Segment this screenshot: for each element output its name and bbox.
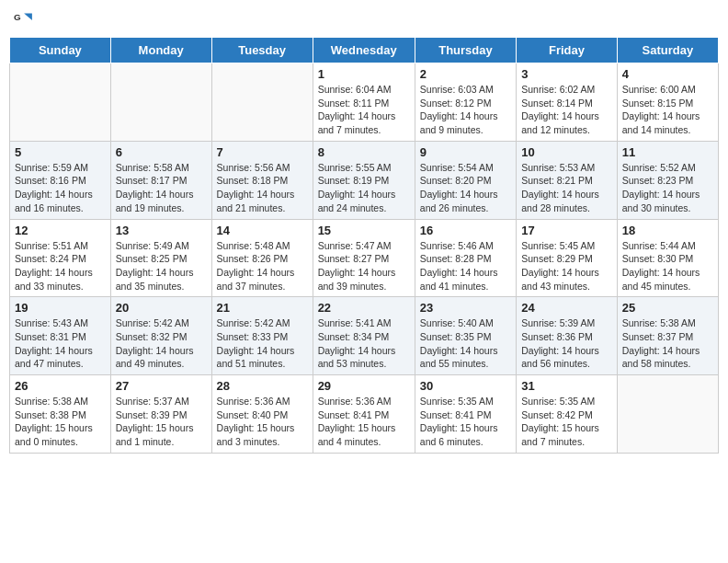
weekday-header-friday: Friday (517, 38, 618, 63)
day-number: 1 (318, 67, 410, 81)
calendar-header: SundayMondayTuesdayWednesdayThursdayFrid… (10, 38, 719, 63)
calendar-cell: 24Sunrise: 5:39 AM Sunset: 8:36 PM Dayli… (517, 297, 618, 375)
calendar-week-3: 12Sunrise: 5:51 AM Sunset: 8:24 PM Dayli… (10, 219, 719, 297)
calendar-cell: 19Sunrise: 5:43 AM Sunset: 8:31 PM Dayli… (10, 297, 111, 375)
day-info: Sunrise: 5:56 AM Sunset: 8:18 PM Dayligh… (217, 161, 308, 215)
day-number: 8 (318, 145, 410, 159)
day-info: Sunrise: 5:53 AM Sunset: 8:21 PM Dayligh… (521, 161, 612, 215)
day-number: 18 (622, 224, 713, 237)
weekday-header-tuesday: Tuesday (211, 38, 313, 63)
day-number: 16 (420, 224, 511, 237)
day-info: Sunrise: 5:51 AM Sunset: 8:24 PM Dayligh… (15, 239, 106, 293)
day-number: 9 (420, 145, 511, 159)
day-info: Sunrise: 5:47 AM Sunset: 8:27 PM Dayligh… (318, 239, 410, 293)
calendar-cell: 10Sunrise: 5:53 AM Sunset: 8:21 PM Dayli… (517, 141, 618, 219)
day-info: Sunrise: 5:44 AM Sunset: 8:30 PM Dayligh… (622, 239, 713, 293)
day-info: Sunrise: 5:52 AM Sunset: 8:23 PM Dayligh… (622, 161, 713, 215)
day-info: Sunrise: 5:42 AM Sunset: 8:32 PM Dayligh… (116, 316, 207, 371)
day-info: Sunrise: 5:43 AM Sunset: 8:31 PM Dayligh… (15, 316, 106, 371)
calendar-cell: 9Sunrise: 5:54 AM Sunset: 8:20 PM Daylig… (415, 141, 516, 219)
calendar-cell: 17Sunrise: 5:45 AM Sunset: 8:29 PM Dayli… (517, 219, 618, 297)
day-info: Sunrise: 5:38 AM Sunset: 8:38 PM Dayligh… (15, 395, 106, 449)
day-number: 5 (15, 145, 106, 159)
calendar-cell: 21Sunrise: 5:42 AM Sunset: 8:33 PM Dayli… (211, 297, 313, 375)
day-info: Sunrise: 5:42 AM Sunset: 8:33 PM Dayligh… (217, 316, 308, 371)
calendar-cell: 2Sunrise: 6:03 AM Sunset: 8:12 PM Daylig… (415, 63, 516, 142)
day-info: Sunrise: 5:59 AM Sunset: 8:16 PM Dayligh… (15, 161, 106, 215)
calendar-week-4: 19Sunrise: 5:43 AM Sunset: 8:31 PM Dayli… (10, 297, 719, 375)
calendar-cell: 28Sunrise: 5:36 AM Sunset: 8:40 PM Dayli… (211, 375, 313, 454)
weekday-header-wednesday: Wednesday (313, 38, 415, 63)
calendar-cell: 23Sunrise: 5:40 AM Sunset: 8:35 PM Dayli… (415, 297, 516, 375)
weekday-header-saturday: Saturday (617, 38, 718, 63)
calendar-cell (110, 63, 211, 142)
svg-marker-1 (24, 13, 32, 20)
day-number: 24 (521, 301, 612, 315)
day-number: 14 (217, 224, 308, 237)
calendar-cell: 29Sunrise: 5:36 AM Sunset: 8:41 PM Dayli… (313, 375, 415, 454)
calendar-cell (617, 375, 718, 454)
calendar-cell: 1Sunrise: 6:04 AM Sunset: 8:11 PM Daylig… (313, 63, 415, 142)
day-number: 26 (15, 379, 106, 393)
calendar-cell: 4Sunrise: 6:00 AM Sunset: 8:15 PM Daylig… (617, 63, 718, 142)
day-number: 19 (15, 301, 106, 315)
day-number: 20 (116, 301, 207, 315)
day-number: 27 (116, 379, 207, 393)
day-info: Sunrise: 6:03 AM Sunset: 8:12 PM Dayligh… (420, 83, 511, 137)
day-number: 30 (420, 379, 511, 393)
calendar-week-2: 5Sunrise: 5:59 AM Sunset: 8:16 PM Daylig… (10, 141, 719, 219)
calendar-cell: 12Sunrise: 5:51 AM Sunset: 8:24 PM Dayli… (10, 219, 111, 297)
calendar-table: SundayMondayTuesdayWednesdayThursdayFrid… (9, 37, 719, 454)
day-number: 22 (318, 301, 410, 315)
day-info: Sunrise: 5:55 AM Sunset: 8:19 PM Dayligh… (318, 161, 410, 215)
calendar-cell: 3Sunrise: 6:02 AM Sunset: 8:14 PM Daylig… (517, 63, 618, 142)
day-number: 11 (622, 145, 713, 159)
weekday-header-sunday: Sunday (10, 38, 111, 63)
day-info: Sunrise: 5:49 AM Sunset: 8:25 PM Dayligh… (116, 239, 207, 293)
calendar-cell (10, 63, 111, 142)
day-number: 17 (521, 224, 612, 237)
day-info: Sunrise: 5:38 AM Sunset: 8:37 PM Dayligh… (622, 316, 713, 371)
calendar-cell: 8Sunrise: 5:55 AM Sunset: 8:19 PM Daylig… (313, 141, 415, 219)
day-number: 4 (622, 67, 713, 81)
day-info: Sunrise: 5:37 AM Sunset: 8:39 PM Dayligh… (116, 395, 207, 449)
day-info: Sunrise: 5:35 AM Sunset: 8:41 PM Dayligh… (420, 395, 511, 449)
day-number: 10 (521, 145, 612, 159)
calendar-body: 1Sunrise: 6:04 AM Sunset: 8:11 PM Daylig… (10, 63, 719, 454)
day-info: Sunrise: 5:45 AM Sunset: 8:29 PM Dayligh… (521, 239, 612, 293)
calendar-week-1: 1Sunrise: 6:04 AM Sunset: 8:11 PM Daylig… (10, 63, 719, 142)
weekday-header-monday: Monday (110, 38, 211, 63)
day-info: Sunrise: 5:54 AM Sunset: 8:20 PM Dayligh… (420, 161, 511, 215)
day-number: 21 (217, 301, 308, 315)
calendar-week-5: 26Sunrise: 5:38 AM Sunset: 8:38 PM Dayli… (10, 375, 719, 454)
svg-text:G: G (14, 12, 21, 22)
calendar-cell: 26Sunrise: 5:38 AM Sunset: 8:38 PM Dayli… (10, 375, 111, 454)
day-number: 15 (318, 224, 410, 237)
day-info: Sunrise: 5:36 AM Sunset: 8:41 PM Dayligh… (318, 395, 410, 449)
day-info: Sunrise: 5:46 AM Sunset: 8:28 PM Dayligh… (420, 239, 511, 293)
day-number: 28 (217, 379, 308, 393)
page-header: G (9, 9, 719, 29)
day-info: Sunrise: 5:35 AM Sunset: 8:42 PM Dayligh… (521, 395, 612, 449)
day-info: Sunrise: 5:48 AM Sunset: 8:26 PM Dayligh… (217, 239, 308, 293)
calendar-cell: 16Sunrise: 5:46 AM Sunset: 8:28 PM Dayli… (415, 219, 516, 297)
day-number: 31 (521, 379, 612, 393)
day-info: Sunrise: 6:02 AM Sunset: 8:14 PM Dayligh… (521, 83, 612, 137)
day-number: 13 (116, 224, 207, 237)
calendar-cell: 30Sunrise: 5:35 AM Sunset: 8:41 PM Dayli… (415, 375, 516, 454)
day-number: 25 (622, 301, 713, 315)
day-number: 12 (15, 224, 106, 237)
day-number: 6 (116, 145, 207, 159)
day-info: Sunrise: 6:04 AM Sunset: 8:11 PM Dayligh… (318, 83, 410, 137)
logo: G (13, 9, 35, 29)
calendar-cell: 20Sunrise: 5:42 AM Sunset: 8:32 PM Dayli… (110, 297, 211, 375)
calendar-cell: 13Sunrise: 5:49 AM Sunset: 8:25 PM Dayli… (110, 219, 211, 297)
day-number: 3 (521, 67, 612, 81)
calendar-cell: 7Sunrise: 5:56 AM Sunset: 8:18 PM Daylig… (211, 141, 313, 219)
day-info: Sunrise: 5:36 AM Sunset: 8:40 PM Dayligh… (217, 395, 308, 449)
day-number: 29 (318, 379, 410, 393)
calendar-cell: 5Sunrise: 5:59 AM Sunset: 8:16 PM Daylig… (10, 141, 111, 219)
day-info: Sunrise: 5:41 AM Sunset: 8:34 PM Dayligh… (318, 316, 410, 371)
calendar-cell: 14Sunrise: 5:48 AM Sunset: 8:26 PM Dayli… (211, 219, 313, 297)
day-number: 2 (420, 67, 511, 81)
